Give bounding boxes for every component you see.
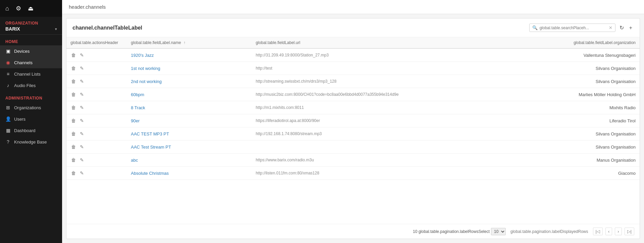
edit-button[interactable]: ✎ — [79, 170, 85, 176]
main-header: header.channels — [62, 0, 644, 14]
org-section: Organization BARIX ▾ — [0, 17, 62, 35]
channels-card: channel.channelTableLabel 🔍 ✕ ↻ + — [66, 18, 640, 239]
row-org: Silvans Organisation — [552, 127, 640, 140]
edit-button[interactable]: ✎ — [79, 117, 85, 124]
row-name[interactable]: AAC Test Stream PT — [127, 140, 252, 154]
rows-per-page-select[interactable]: 5102550 — [491, 228, 506, 235]
row-actions: 🗑 ✎ — [66, 114, 127, 127]
row-name[interactable]: 8 Track — [127, 101, 252, 114]
sidebar-item-channels[interactable]: ◉ Channels — [0, 57, 62, 68]
table-row: 🗑 ✎ 1920's Jazz http://31.209.49.19:8000… — [66, 48, 640, 62]
org-label: Organization — [5, 21, 57, 26]
table-row: 🗑 ✎ 2nd not working http://streaming.swi… — [66, 75, 640, 88]
edit-button[interactable]: ✎ — [79, 130, 85, 137]
home-section-label: Home — [0, 35, 62, 45]
delete-button[interactable]: 🗑 — [70, 157, 77, 163]
edit-button[interactable]: ✎ — [79, 157, 85, 163]
row-actions: 🗑 ✎ — [66, 62, 127, 75]
delete-button[interactable]: 🗑 — [70, 52, 77, 58]
delete-button[interactable]: 🗑 — [70, 65, 77, 72]
row-actions: 🗑 ✎ — [66, 154, 127, 167]
row-name[interactable]: AAC TEST MP3 PT — [127, 127, 252, 140]
sidebar-item-audio-files[interactable]: ♪ Audio Files — [0, 80, 62, 91]
refresh-button[interactable]: ↻ — [618, 23, 625, 32]
delete-button[interactable]: 🗑 — [70, 130, 77, 137]
delete-button[interactable]: 🗑 — [70, 78, 77, 85]
table-row: 🗑 ✎ abc https://www.barix.com/radio.m3u … — [66, 154, 640, 167]
row-actions: 🗑 ✎ — [66, 140, 127, 154]
last-page-button[interactable]: ▷| — [625, 228, 634, 235]
home-icon[interactable]: ⌂ — [5, 5, 9, 12]
sidebar-item-users-label: Users — [14, 117, 26, 122]
page-info: global.table.pagination.labelDisplayedRo… — [510, 229, 588, 234]
row-name[interactable]: 2nd not working — [127, 75, 252, 88]
edit-button[interactable]: ✎ — [79, 78, 85, 85]
row-name[interactable]: 90er — [127, 114, 252, 127]
sidebar-item-channels-label: Channels — [14, 60, 33, 65]
delete-button[interactable]: 🗑 — [70, 91, 77, 98]
card-header: channel.channelTableLabel 🔍 ✕ ↻ + — [66, 18, 640, 37]
row-org: Manus Organisation — [552, 154, 640, 167]
edit-button[interactable]: ✎ — [79, 65, 85, 72]
settings-icon[interactable]: ⚙ — [16, 5, 21, 12]
row-name[interactable]: 1920's Jazz — [127, 48, 252, 62]
sidebar-item-knowledge-base-label: Knowledge Base — [14, 139, 47, 145]
row-url: http://streaming.swissbxt.ch/m/drs3/mp3_… — [252, 75, 552, 88]
row-org: Giacomo — [552, 167, 640, 180]
delete-button[interactable]: 🗑 — [70, 170, 77, 176]
org-name-selector[interactable]: BARIX ▾ — [5, 26, 57, 32]
row-url: http://music2biz.com:8000/CH01?code=bc8a… — [252, 88, 552, 101]
edit-button[interactable]: ✎ — [79, 144, 85, 150]
row-url: http://31.209.49.19:8000/Station_27.mp3 — [252, 48, 552, 62]
sidebar-item-devices-label: Devices — [14, 49, 30, 54]
row-name[interactable]: Absolute Christmas — [127, 167, 252, 180]
search-input[interactable] — [540, 26, 607, 30]
edit-button[interactable]: ✎ — [79, 91, 85, 98]
next-page-button[interactable]: › — [615, 228, 622, 235]
row-url: https://liferadiotirol.apa.at:8000/90er — [252, 114, 552, 127]
sidebar-item-users[interactable]: 👤 Users — [0, 113, 62, 125]
users-icon: 👤 — [5, 116, 11, 122]
knowledge-base-icon: ? — [5, 139, 11, 145]
prev-page-button[interactable]: ‹ — [605, 228, 612, 235]
sidebar-item-channel-lists-label: Channel Lists — [14, 72, 41, 77]
row-name[interactable]: 60bpm — [127, 88, 252, 101]
row-url: https://www.barix.com/radio.m3u — [252, 154, 552, 167]
sidebar-top: ⌂ ⚙ ⏏ — [0, 0, 62, 17]
table-wrapper: global.table.actionsHeader global.table.… — [66, 37, 640, 224]
sidebar-item-devices[interactable]: ▣ Devices — [0, 45, 62, 57]
row-actions: 🗑 ✎ — [66, 101, 127, 114]
page-title: header.channels — [69, 4, 106, 10]
logout-icon[interactable]: ⏏ — [28, 5, 34, 12]
pagination: 10 global.table.pagination.labelRowsSele… — [66, 224, 640, 239]
row-url: http://192.168.1.74:8080/stream.mp3 — [252, 127, 552, 140]
sidebar-item-dashboard-label: Dashboard — [14, 128, 36, 133]
edit-button[interactable]: ✎ — [79, 52, 85, 58]
first-page-button[interactable]: |◁ — [593, 228, 603, 235]
delete-button[interactable]: 🗑 — [70, 144, 77, 150]
row-actions: 🗑 ✎ — [66, 167, 127, 180]
channels-table: global.table.actionsHeader global.table.… — [66, 37, 640, 180]
col-name[interactable]: global.table.fieldLabel.name ↑ — [127, 37, 252, 48]
edit-button[interactable]: ✎ — [79, 104, 85, 111]
sidebar-item-organizations[interactable]: ⊞ Organizations — [0, 102, 62, 113]
table-row: 🗑 ✎ 8 Track http://m1.mixhits.com:8011 M… — [66, 101, 640, 114]
add-button[interactable]: + — [628, 24, 634, 32]
col-actions: global.table.actionsHeader — [66, 37, 127, 48]
row-name[interactable]: abc — [127, 154, 252, 167]
row-actions: 🗑 ✎ — [66, 75, 127, 88]
rows-per-page-selector[interactable]: 10 global.table.pagination.labelRowsSele… — [413, 228, 506, 235]
org-name-text: BARIX — [5, 26, 20, 32]
main-content: header.channels channel.channelTableLabe… — [62, 0, 644, 243]
row-name[interactable]: 1st not working — [127, 62, 252, 75]
row-actions: 🗑 ✎ — [66, 127, 127, 140]
main-body: channel.channelTableLabel 🔍 ✕ ↻ + — [62, 14, 644, 243]
sidebar-item-dashboard[interactable]: ▦ Dashboard — [0, 125, 62, 136]
clear-search-icon[interactable]: ✕ — [609, 25, 612, 30]
delete-button[interactable]: 🗑 — [70, 117, 77, 124]
delete-button[interactable]: 🗑 — [70, 104, 77, 111]
sidebar-item-knowledge-base[interactable]: ? Knowledge Base — [0, 136, 62, 148]
table-row: 🗑 ✎ 60bpm http://music2biz.com:8000/CH01… — [66, 88, 640, 101]
sidebar-item-channel-lists[interactable]: ≡ Channel Lists — [0, 68, 62, 80]
row-org: Silvans Organisation — [552, 140, 640, 154]
